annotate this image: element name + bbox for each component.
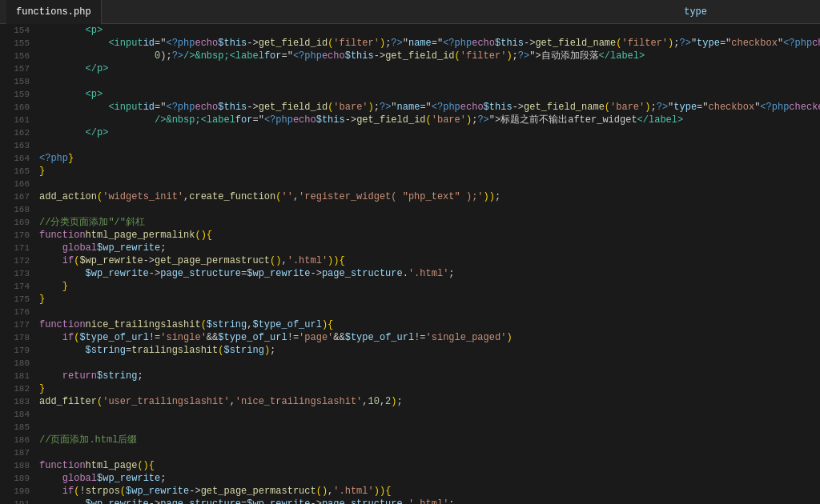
code-line-165: add_action( 'widgets_init', create_funct… bbox=[39, 190, 820, 203]
ln-170: 170 bbox=[6, 229, 30, 242]
ln-174: 174 bbox=[6, 280, 30, 293]
ln-184: 184 bbox=[6, 408, 30, 421]
ln-178: 178 bbox=[6, 331, 30, 344]
ln-189: 189 bbox=[6, 472, 30, 485]
code-line-161 bbox=[39, 139, 820, 152]
ln-154: 154 bbox=[6, 24, 30, 37]
ln-177: 177 bbox=[6, 318, 30, 331]
ln-167: 167 bbox=[6, 190, 30, 203]
ln-191: 191 bbox=[6, 498, 30, 504]
code-line-155b: 0); ?> />&nbsp;<label for="<?php echo $t… bbox=[39, 50, 820, 62]
code-line-168: function html_page_permalink() { bbox=[39, 229, 820, 242]
code-line-154: <p> bbox=[39, 24, 820, 37]
ln-182: 182 bbox=[6, 382, 30, 395]
code-line-164 bbox=[39, 178, 820, 190]
line-numbers: 154 155 156 157 158 159 160 161 162 163 … bbox=[0, 24, 36, 504]
ln-187: 187 bbox=[6, 446, 30, 459]
code-line-172: } bbox=[39, 280, 820, 293]
code-line-173: } bbox=[39, 293, 820, 306]
code-line-181: add_filter('user_trailingslashit', 'nice… bbox=[39, 395, 820, 408]
code-line-166 bbox=[39, 203, 820, 216]
code-line-174 bbox=[39, 306, 820, 318]
code-line-188: if ( !strpos($wp_rewrite->get_page_perma… bbox=[39, 485, 820, 498]
ln-169: 169 bbox=[6, 216, 30, 229]
ln-157: 157 bbox=[6, 62, 30, 75]
code-line-183 bbox=[39, 421, 820, 434]
ln-171: 171 bbox=[6, 242, 30, 254]
ln-156: 156 bbox=[6, 50, 30, 62]
code-line-163: } bbox=[39, 165, 820, 178]
ln-180: 180 bbox=[6, 357, 30, 370]
ln-190: 190 bbox=[6, 485, 30, 498]
ln-162: 162 bbox=[6, 126, 30, 139]
code-line-171: $wp_rewrite->page_structure = $wp_rewrit… bbox=[39, 267, 820, 280]
ln-160: 160 bbox=[6, 101, 30, 114]
ln-161: 161 bbox=[6, 114, 30, 126]
ln-163: 163 bbox=[6, 139, 30, 152]
ln-168: 168 bbox=[6, 203, 30, 216]
type-annotation: type bbox=[684, 6, 707, 18]
code-line-177: $string = trailingslashit($string); bbox=[39, 344, 820, 357]
tab-bar: functions.php type bbox=[0, 0, 820, 24]
code-line-182 bbox=[39, 408, 820, 421]
code-line-156: </p> bbox=[39, 62, 820, 75]
code-line-170: if ( $wp_rewrite->get_page_permastruct()… bbox=[39, 254, 820, 267]
code-line-184: //页面添加.html后缀 bbox=[39, 434, 820, 446]
code-line-178 bbox=[39, 357, 820, 370]
code-line-159b: />&nbsp;<label for="<?php echo $this->ge… bbox=[39, 114, 820, 126]
code-line-160: </p> bbox=[39, 126, 820, 139]
ln-188: 188 bbox=[6, 459, 30, 472]
code-line-162: <?php } bbox=[39, 152, 820, 165]
editor-area: 154 155 156 157 158 159 160 161 162 163 … bbox=[0, 24, 820, 504]
code-line-158: <p> bbox=[39, 88, 820, 101]
code-line-175: function nice_trailingslashit($string, $… bbox=[39, 318, 820, 331]
ln-172: 172 bbox=[6, 254, 30, 267]
code-line-157 bbox=[39, 75, 820, 88]
code-line-159: <input id="<?php echo $this->get_field_i… bbox=[39, 101, 820, 114]
ln-186: 186 bbox=[6, 434, 30, 446]
ln-166: 166 bbox=[6, 178, 30, 190]
code-line-187: global $wp_rewrite; bbox=[39, 472, 820, 485]
code-line-179: return $string; bbox=[39, 370, 820, 382]
code-content[interactable]: <p> <input id="<?php echo $this->get_fie… bbox=[36, 24, 820, 504]
ln-173: 173 bbox=[6, 267, 30, 280]
code-line-176: if ( $type_of_url != 'single' && $type_o… bbox=[39, 331, 820, 344]
code-line-185 bbox=[39, 446, 820, 459]
ln-183: 183 bbox=[6, 395, 30, 408]
ln-158: 158 bbox=[6, 75, 30, 88]
code-editor: functions.php type 154 155 156 157 158 1… bbox=[0, 0, 820, 504]
ln-175: 175 bbox=[6, 293, 30, 306]
code-line-167: //分类页面添加"/"斜杠 bbox=[39, 216, 820, 229]
ln-185: 185 bbox=[6, 421, 30, 434]
code-line-186: function html_page() { bbox=[39, 459, 820, 472]
code-line-155: <input id="<?php echo $this->get_field_i… bbox=[39, 37, 820, 50]
code-line-189: $wp_rewrite->page_structure = $wp_rewrit… bbox=[39, 498, 820, 504]
ln-181: 181 bbox=[6, 370, 30, 382]
ln-165: 165 bbox=[6, 165, 30, 178]
ln-155: 155 bbox=[6, 37, 30, 50]
ln-159: 159 bbox=[6, 88, 30, 101]
ln-176: 176 bbox=[6, 306, 30, 318]
active-tab[interactable]: functions.php bbox=[6, 0, 102, 24]
tab-label: functions.php bbox=[16, 6, 91, 18]
code-line-180: } bbox=[39, 382, 820, 395]
code-line-169: global $wp_rewrite; bbox=[39, 242, 820, 254]
ln-179: 179 bbox=[6, 344, 30, 357]
ln-164: 164 bbox=[6, 152, 30, 165]
